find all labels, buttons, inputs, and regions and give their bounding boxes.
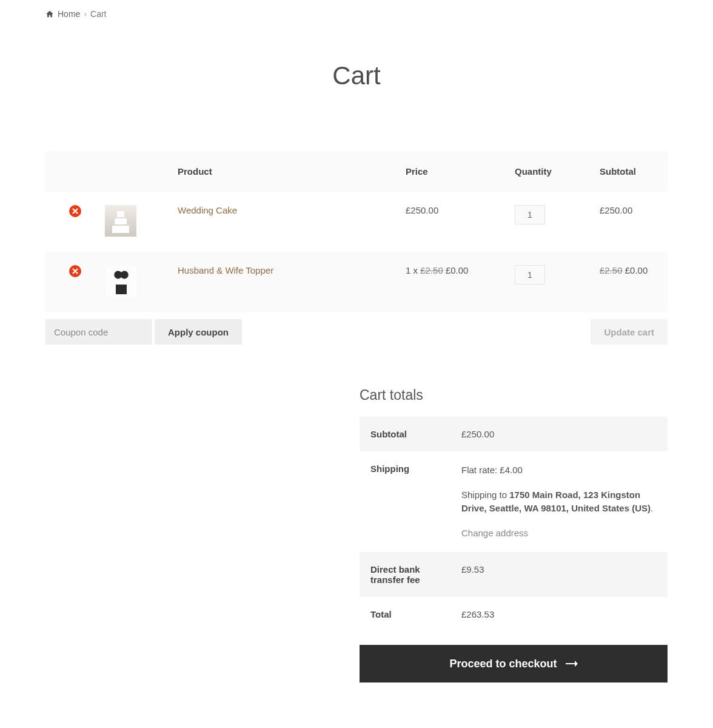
update-cart-button[interactable]: Update cart [591,319,668,345]
shipping-address-line: Shipping to 1750 Main Road, 123 Kingston… [461,488,657,516]
product-name-link[interactable]: Husband & Wife Topper [178,265,273,275]
remove-item-button[interactable] [69,265,81,277]
cart-table: Product Price Quantity Subtotal Wedding … [45,151,668,312]
subtotal-value: £0.00 [623,265,648,275]
subtotal-amount: £250.00 [450,417,668,451]
home-icon [45,10,54,18]
shipping-rate: Flat rate: £4.00 [461,463,657,477]
shipping-period: . [651,503,653,513]
apply-coupon-button[interactable]: Apply coupon [155,319,242,345]
breadcrumb-current: Cart [90,9,106,19]
col-thumb-header [94,151,167,192]
proceed-to-checkout-button[interactable]: Proceed to checkout [360,645,668,682]
close-icon [72,208,78,214]
quantity-input[interactable] [515,265,545,285]
cart-totals-table: Subtotal £250.00 Shipping Flat rate: £4.… [360,417,668,632]
product-name-link[interactable]: Wedding Cake [178,205,237,215]
product-thumbnail[interactable] [105,265,136,297]
breadcrumb-separator: › [84,9,87,19]
remove-item-button[interactable] [69,205,81,217]
price-value: £250.00 [406,205,438,215]
quantity-input[interactable] [515,205,545,224]
checkout-label: Proceed to checkout [449,658,557,670]
total-amount: £263.53 [450,597,668,632]
coupon-code-input[interactable] [45,319,152,345]
shipping-to-prefix: Shipping to [461,490,509,500]
fee-amount: £9.53 [450,552,668,597]
table-row: Husband & Wife Topper 1 x £2.50 £0.00 £2… [45,252,668,312]
price-prefix: 1 x [406,265,420,275]
shipping-label: Shipping [360,451,450,552]
breadcrumb: Home › Cart [45,9,668,19]
breadcrumb-home-label: Home [58,9,80,19]
col-price-header: Price [395,151,504,192]
subtotal-struck: £2.50 [600,265,623,275]
change-address-link[interactable]: Change address [461,528,528,538]
fee-label: Direct bank transfer fee [360,552,450,597]
arrow-right-icon [566,659,578,668]
col-subtotal-header: Subtotal [589,151,668,192]
page-title: Cart [45,61,668,90]
cart-totals-title: Cart totals [360,387,668,403]
col-product-header: Product [167,151,395,192]
total-label: Total [360,597,450,632]
price-value: £0.00 [443,265,469,275]
subtotal-value: £250.00 [600,205,632,215]
cart-totals: Cart totals Subtotal £250.00 Shipping Fl… [360,387,668,682]
cart-actions: Apply coupon Update cart [45,319,668,345]
price-struck: £2.50 [420,265,443,275]
col-remove-header [45,151,94,192]
col-qty-header: Quantity [504,151,589,192]
close-icon [72,268,78,274]
product-thumbnail[interactable] [105,205,136,237]
table-row: Wedding Cake £250.00 £250.00 [45,192,668,252]
subtotal-label: Subtotal [360,417,450,451]
breadcrumb-home-link[interactable]: Home [45,9,80,19]
